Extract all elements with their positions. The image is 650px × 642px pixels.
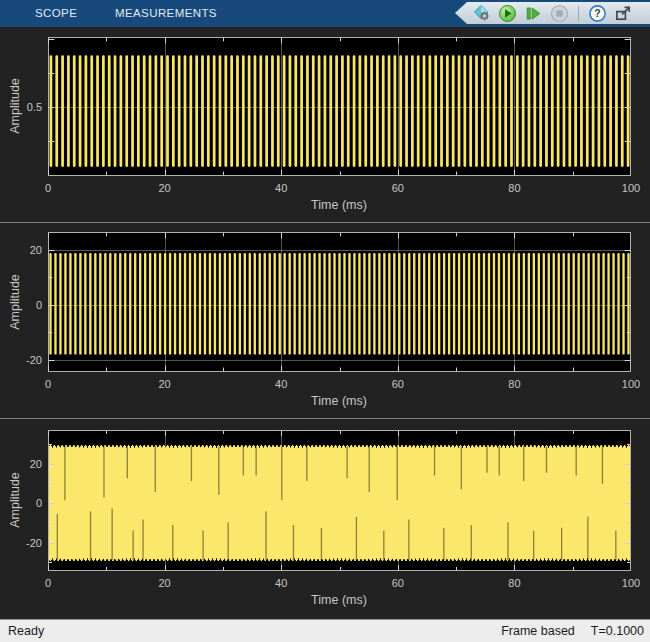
y-tick-label: 0 [8, 299, 42, 312]
x-axis-label-3: Time (ms) [311, 593, 367, 607]
undock-icon[interactable] [614, 4, 633, 23]
scope-display-2[interactable] [48, 232, 631, 372]
toolstrip: SCOPE MEASUREMENTS [0, 0, 650, 27]
scope-window: SCOPE MEASUREMENTS [0, 0, 650, 642]
x-tick-label: 100 [622, 577, 640, 590]
svg-text:?: ? [594, 7, 600, 19]
scope-display-3[interactable] [48, 430, 631, 571]
x-tick-label: 80 [508, 378, 520, 391]
step-forward-icon[interactable] [524, 4, 543, 23]
x-axis-label-1: Time (ms) [311, 198, 367, 212]
y-tick-label: 20 [8, 244, 42, 257]
y-tick-label: 0 [8, 497, 42, 510]
stop-icon [550, 4, 569, 23]
x-tick-label: 60 [392, 182, 404, 195]
x-tick-label: 100 [622, 182, 640, 195]
x-tick-label: 0 [45, 378, 51, 391]
x-tick-label: 40 [275, 182, 287, 195]
x-tick-label: 60 [392, 577, 404, 590]
x-tick-label: 60 [392, 378, 404, 391]
x-axis-label-2: Time (ms) [311, 394, 367, 408]
status-bar: Ready Frame based T=0.1000 [0, 619, 650, 642]
simulink-settings-icon[interactable] [472, 4, 491, 23]
x-tick-label: 40 [275, 577, 287, 590]
run-icon[interactable] [498, 4, 517, 23]
status-time: T=0.1000 [591, 624, 644, 638]
plot-separator [0, 418, 650, 419]
x-tick-label: 20 [158, 182, 170, 195]
status-text: Ready [8, 624, 44, 638]
status-mode: Frame based [501, 624, 575, 638]
scope-display-1[interactable] [48, 37, 631, 176]
y-tick-label: -20 [8, 354, 42, 367]
toolbar-separator [578, 6, 579, 21]
y-tick-label: -20 [8, 537, 42, 550]
x-tick-label: 100 [622, 378, 640, 391]
x-tick-label: 20 [158, 378, 170, 391]
tab-scope[interactable]: SCOPE [35, 0, 77, 27]
x-tick-label: 80 [508, 577, 520, 590]
plot-separator [0, 222, 650, 223]
y-tick-label: 0.5 [8, 101, 42, 114]
x-tick-label: 0 [45, 577, 51, 590]
y-tick-label: 20 [8, 458, 42, 471]
x-tick-label: 80 [508, 182, 520, 195]
x-tick-label: 0 [45, 182, 51, 195]
x-tick-label: 20 [158, 577, 170, 590]
help-icon[interactable]: ? [588, 4, 607, 23]
tab-measurements[interactable]: MEASUREMENTS [115, 0, 217, 27]
quick-access-toolbar: ? [455, 2, 650, 24]
x-tick-label: 40 [275, 378, 287, 391]
